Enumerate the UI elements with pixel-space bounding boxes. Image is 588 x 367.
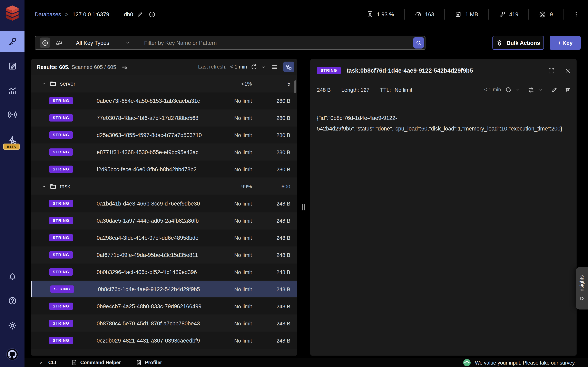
sidebar-item-pubsub[interactable] [0,104,25,125]
key-ttl: No limit [207,235,252,241]
format-switcher-icon[interactable] [527,86,535,93]
key-row[interactable]: STRING 77e03078-48ac-4bf6-a7cf-17d2788be… [31,110,297,126]
sidebar-item-workbench[interactable] [0,55,25,76]
key-ttl: No limit [207,98,252,104]
key-row[interactable]: STRING 0c2db029-4821-4431-a307-0393caeed… [31,332,297,349]
sidebar-item-github[interactable] [0,345,25,364]
folder-count: 5 [252,81,297,87]
key-name: 0a298ea4-3fdc-414b-97cf-dd6e48958bde [96,235,207,241]
key-value-content[interactable]: {"id":"0b8cf76d-1d4e-4ae9-9122-542b4d29f… [317,113,570,134]
stat-memory-value: 1 MB [465,11,478,17]
panel-resizer-handle[interactable] [302,204,305,210]
sidebar-item-browser[interactable] [0,31,25,52]
key-size: 280 B [252,132,297,138]
profiler-button[interactable]: Profiler [136,360,162,365]
folder-row[interactable]: server <1% 5 [31,75,297,92]
profiler-label: Profiler [145,360,162,365]
apply-search-button[interactable] [413,37,424,49]
command-helper-button[interactable]: Command Helper [71,360,121,365]
breadcrumb-separator: > [65,11,68,17]
key-type-badge: STRING [49,97,73,104]
key-type-badge: STRING [49,166,73,173]
list-view-toggle[interactable] [269,62,280,72]
key-row[interactable]: STRING 0a30dae5-1a97-444c-ad05-2a4fb82a8… [31,212,297,229]
key-row[interactable]: STRING d25a3063-4855-4597-8dac-b77a7b503… [31,127,297,143]
sidebar: BETA [0,0,25,367]
results-count: Results: 605. [37,64,69,70]
fullscreen-icon[interactable] [548,67,555,74]
bulk-actions-button[interactable]: Bulk Actions [493,36,544,50]
key-ttl: No limit [207,303,252,309]
key-type-badge: STRING [49,251,73,259]
folder-icon [50,183,56,190]
layers-icon [496,40,503,46]
key-name: e8771f31-4368-4530-b55e-ef9bc95e43ac [96,149,207,155]
redis-logo[interactable] [4,4,20,22]
sidebar-item-notifications[interactable] [0,266,25,286]
key-row[interactable]: STRING 0abee73f-684e-4a50-8153-1ab3caeba… [31,92,297,109]
insights-label: Insights [579,275,585,293]
folder-row[interactable]: task 99% 600 [31,178,297,194]
scan-pattern-toggle[interactable] [53,38,64,48]
key-row[interactable]: STRING 0a298ea4-3fdc-414b-97cf-dd6e48958… [31,230,297,246]
key-name: 0af6771c-09fe-49da-95be-b3c15d35e811 [96,252,207,258]
filter-by-type-toggle[interactable] [40,38,50,48]
stat-clients: 9 [529,11,563,18]
survey-monkey-icon [463,359,471,367]
info-icon[interactable] [149,11,156,18]
key-ttl: No limit [207,132,252,138]
refresh-icon[interactable] [505,86,512,93]
key-row[interactable]: STRING e8771f31-4368-4530-b55e-ef9bc95e4… [31,144,297,160]
overflow-menu-icon[interactable] [563,11,582,17]
key-type-badge: STRING [49,200,73,207]
key-detail-header: STRING task:0b8cf76d-1d4e-4ae9-9122-542b… [317,65,571,76]
key-row[interactable]: STRING 0b8780c4-5e70-45d1-870f-a7cbb780b… [31,315,297,332]
add-key-label: + Key [558,40,573,46]
refresh-icon[interactable] [251,64,257,70]
key-name: 0b9e4cb7-4a25-48b0-833c-79d962166499 [96,303,207,309]
key-size: 248 B [252,200,297,207]
auto-refresh-chevron-icon[interactable] [516,87,520,92]
list-scrollbar[interactable] [294,80,296,93]
key-row[interactable]: STRING f2d95bcc-fece-46e0-8fb6-b8b42bbd7… [31,161,297,177]
insights-tab[interactable]: Insights [576,267,588,309]
breadcrumb-databases-link[interactable]: Databases [35,11,61,17]
add-key-button[interactable]: + Key [550,36,581,50]
cli-label: CLI [48,360,56,365]
key-name: f2d95bcc-fece-46e0-8fb6-b8b42bbd78b2 [96,166,207,172]
key-ttl: No limit [207,286,252,292]
key-size: 248 B [252,269,297,275]
key-row[interactable]: STRING 0b0b3296-4acf-406d-bf52-4fc1489ed… [31,264,297,280]
key-length-value: Length: 127 [341,87,369,93]
key-search-input[interactable] [136,36,413,49]
key-name: 0c2db029-4821-4431-a307-0393caeedbf9 [96,337,207,343]
key-name: 0a30dae5-1a97-444c-ad05-2a4fb82a86fb [96,217,207,224]
key-row[interactable]: STRING 0b8cf76d-1d4e-4ae9-9122-542b4d29f… [31,281,297,297]
cli-button[interactable]: >_ CLI [40,360,56,365]
key-row[interactable]: STRING 0a1bd41b-d4e3-466b-8cc9-d76eef9db… [31,195,297,212]
key-type-select[interactable]: All Key Types [69,36,136,49]
chevron-down-icon [42,184,46,189]
close-icon[interactable] [565,67,571,74]
survey-link[interactable]: We value your input. Please take our sur… [463,358,576,367]
key-size: 248 B [252,320,297,326]
key-type-badge: STRING [49,132,73,139]
key-icon [499,11,506,17]
delete-key-icon[interactable] [565,87,571,93]
edit-db-icon[interactable] [137,11,143,17]
sidebar-item-help[interactable] [0,290,25,311]
chevron-down-icon[interactable] [539,87,543,92]
sidebar-item-analytics[interactable] [0,80,25,101]
key-row[interactable]: STRING 0b9e4cb7-4a25-48b0-833c-79d962166… [31,298,297,314]
ttl-value[interactable]: No limit [395,87,412,93]
key-row[interactable]: STRING 0af6771c-09fe-49da-95be-b3c15d35e… [31,247,297,263]
scan-settings-icon[interactable] [121,64,128,70]
auto-refresh-chevron-icon[interactable] [261,65,265,69]
sidebar-item-settings[interactable] [0,315,25,336]
key-size: 248 B [252,235,297,241]
key-type-badge: STRING [49,268,73,276]
breadcrumb: Databases > 127.0.0.1:6379 db0 [35,0,156,29]
redis-insight-app: Databases > 127.0.0.1:6379 db0 1.93 % [0,0,588,367]
tree-view-toggle[interactable] [283,62,294,72]
edit-value-icon[interactable] [551,87,557,93]
